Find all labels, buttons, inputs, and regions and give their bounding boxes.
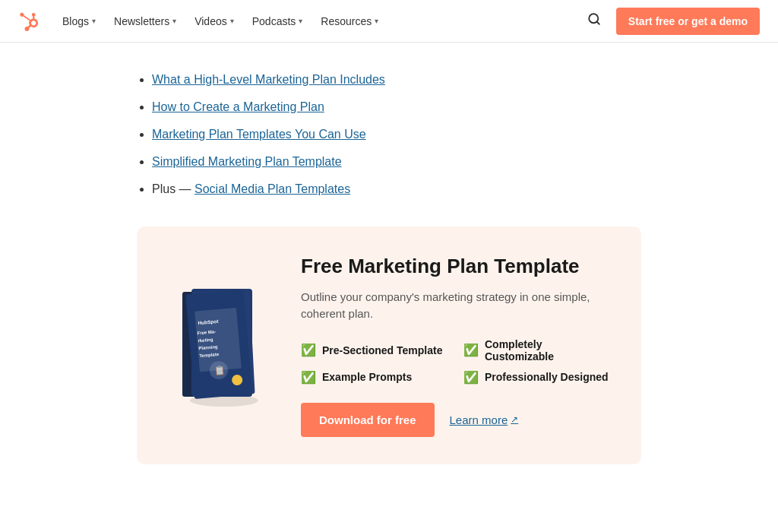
toc-link-1[interactable]: What a High-Level Marketing Plan Include… [152,73,385,86]
download-button[interactable]: Download for free [301,403,435,437]
nav-podcasts[interactable]: Podcasts ▾ [245,11,311,32]
feature-label: Pre-Sectioned Template [322,344,442,356]
card-title: Free Marketing Plan Template [301,254,611,280]
feature-label: Example Prompts [322,371,412,383]
check-icon: ✅ [463,343,479,357]
card-actions: Download for free Learn more ↗ [301,403,611,437]
check-icon: ✅ [463,370,479,385]
feature-1: ✅ Pre-Sectioned Template [301,338,448,363]
toc-link-social[interactable]: Social Media Plan Templates [194,182,350,195]
chevron-down-icon: ▾ [299,17,302,25]
toc-link-2[interactable]: How to Create a Marketing Plan [152,100,324,113]
chevron-down-icon: ▾ [172,17,176,25]
list-item-plus: Plus — Social Media Plan Templates [152,182,641,196]
external-link-icon: ↗ [511,414,518,425]
nav-blogs[interactable]: Blogs ▾ [55,11,103,32]
nav-right: Start free or get a demo [584,8,760,35]
feature-3: ✅ Example Prompts [301,370,448,385]
search-button[interactable] [584,9,604,33]
hubspot-logo[interactable] [18,11,40,32]
list-item: Marketing Plan Templates You Can Use [152,128,641,141]
svg-text:📋: 📋 [213,363,226,375]
plus-label: Plus — [152,182,194,195]
features-grid: ✅ Pre-Sectioned Template ✅ Completely Cu… [301,338,611,385]
list-item: What a High-Level Marketing Plan Include… [152,73,641,87]
toc-list: What a High-Level Marketing Plan Include… [137,73,641,196]
nav-newsletters[interactable]: Newsletters ▾ [106,11,184,32]
check-icon: ✅ [301,370,316,385]
card-subtitle: Outline your company's marketing strateg… [301,289,611,323]
chevron-down-icon: ▾ [92,17,96,25]
toc-link-4[interactable]: Simplified Marketing Plan Template [152,155,342,168]
card-content: Free Marketing Plan Template Outline you… [301,254,611,437]
feature-4: ✅ Professionally Designed [463,370,611,385]
nav-resources[interactable]: Resources ▾ [313,11,386,32]
list-item: Simplified Marketing Plan Template [152,155,641,169]
learn-more-link[interactable]: Learn more ↗ [450,413,519,426]
start-free-button[interactable]: Start free or get a demo [616,8,760,35]
feature-2: ✅ Completely Customizable [463,338,611,363]
cta-card: HubSpot Free Ma- rketing Planning Templa… [137,226,641,464]
nav-videos[interactable]: Videos ▾ [187,11,242,32]
book-illustration: HubSpot Free Ma- rketing Planning Templa… [167,277,274,413]
svg-line-1 [596,21,599,24]
feature-label: Professionally Designed [485,371,609,383]
toc-link-3[interactable]: Marketing Plan Templates You Can Use [152,128,366,141]
chevron-down-icon: ▾ [230,17,234,25]
learn-more-label: Learn more [450,413,508,426]
check-icon: ✅ [301,343,316,357]
nav-links: Blogs ▾ Newsletters ▾ Videos ▾ Podcasts … [55,11,584,32]
chevron-down-icon: ▾ [375,17,378,25]
list-item: How to Create a Marketing Plan [152,100,641,114]
feature-label: Completely Customizable [485,338,611,363]
main-content: What a High-Level Marketing Plan Include… [0,43,778,464]
navbar: Blogs ▾ Newsletters ▾ Videos ▾ Podcasts … [0,0,778,43]
